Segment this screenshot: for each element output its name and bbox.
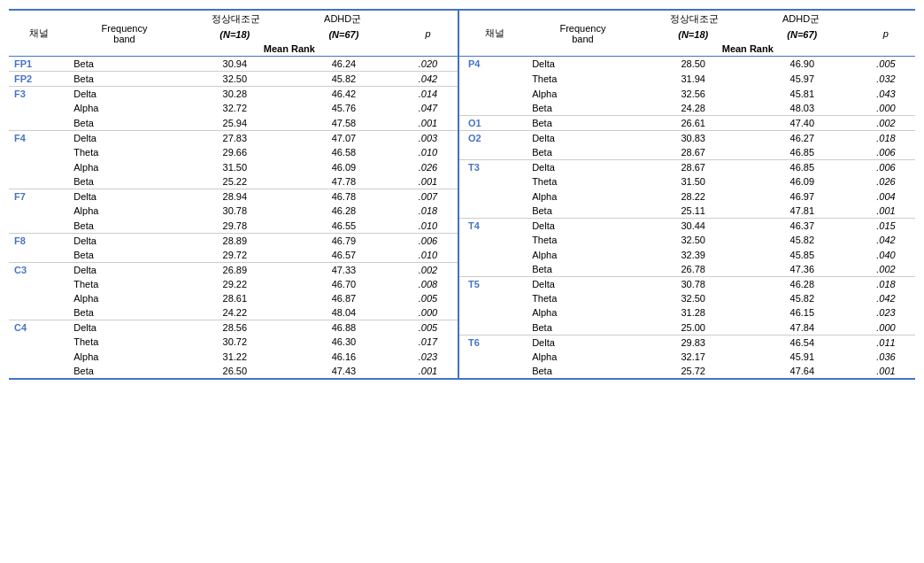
table-row: Beta29.7246.57.010Alpha32.3945.85.040: [9, 248, 915, 263]
p-value-left: .001: [398, 364, 458, 379]
normal-rank-left: 25.22: [181, 174, 289, 189]
adhd-rank-right: 46.97: [748, 189, 857, 204]
data-table: 채널 Frequencyband 정상대조군 ADHD군 p 채널 Freque…: [9, 9, 915, 380]
adhd-rank-left: 47.33: [289, 262, 398, 277]
normal-rank-left: 27.83: [181, 131, 289, 146]
channel-left: F7: [9, 189, 68, 204]
p-value-left: .023: [398, 350, 458, 364]
normal-rank-right: 25.72: [639, 364, 748, 379]
freq-right: Beta: [527, 116, 639, 131]
normal-rank-left: 26.89: [181, 262, 289, 277]
adhd-rank-right: 46.15: [748, 305, 857, 320]
freq-right: Beta: [527, 262, 639, 277]
adhd-rank-right: 46.37: [748, 219, 857, 234]
adhd-rank-right: 45.82: [748, 233, 857, 248]
table-row: F3Delta30.2846.42.014Alpha32.5645.81.043: [9, 87, 915, 102]
adhd-group-label: ADHD군: [296, 12, 389, 26]
channel-left: [9, 350, 68, 364]
freq-right: Alpha: [527, 248, 639, 263]
col-channel-left: 채널: [9, 10, 68, 57]
adhd-rank-left: 46.28: [289, 204, 398, 219]
adhd-rank-right: 46.90: [748, 57, 857, 72]
col-adhd-n-left: (N=67): [289, 27, 398, 42]
table-row: Beta29.7846.55.010T4Delta30.4446.37.015: [9, 219, 915, 234]
p-value-left: .001: [398, 116, 458, 131]
channel-right: [458, 189, 527, 204]
adhd-rank-right: 45.82: [748, 291, 857, 305]
normal-rank-right: 32.50: [639, 291, 748, 305]
adhd-rank-right: 46.85: [748, 145, 857, 160]
freq-right: Theta: [527, 291, 639, 305]
freq-right: Beta: [527, 204, 639, 219]
p-value-left: .006: [398, 233, 458, 248]
freq-right: Delta: [527, 277, 639, 292]
table-row: Alpha32.7245.76.047Beta24.2848.03.000: [9, 101, 915, 116]
adhd-rank-right: 46.27: [748, 131, 857, 146]
adhd-rank-right: 46.85: [748, 160, 857, 175]
normal-rank-right: 25.11: [639, 204, 748, 219]
p-value-right: .005: [857, 57, 915, 72]
channel-right: [458, 248, 527, 263]
p-value-right: .043: [857, 87, 915, 102]
normal-rank-right: 31.50: [639, 174, 748, 189]
table-row: Beta25.2247.78.001Theta31.5046.09.026: [9, 174, 915, 189]
normal-rank-left: 29.22: [181, 277, 289, 292]
mean-rank-label-right: Mean Rank: [639, 42, 857, 57]
normal-rank-left: 28.61: [181, 291, 289, 305]
normal-rank-right: 31.94: [639, 72, 748, 87]
adhd-rank-right: 47.40: [748, 116, 857, 131]
freq-left: Delta: [68, 262, 181, 277]
normal-rank-left: 30.78: [181, 204, 289, 219]
freq-left: Beta: [68, 174, 181, 189]
header-row-top: 채널 Frequencyband 정상대조군 ADHD군 p 채널 Freque…: [9, 10, 915, 27]
table-row: Alpha30.7846.28.018Beta25.1147.81.001: [9, 204, 915, 219]
normal-rank-right: 25.00: [639, 320, 748, 335]
adhd-rank-left: 46.58: [289, 145, 398, 160]
adhd-rank-right: 47.36: [748, 262, 857, 277]
col-p-right: p: [857, 10, 915, 57]
freq-left: Alpha: [68, 291, 181, 305]
table-row: FP2Beta32.5045.82.042Theta31.9445.97.032: [9, 72, 915, 87]
p-value-right: .006: [857, 160, 915, 175]
normal-rank-right: 32.56: [639, 87, 748, 102]
normal-rank-left: 31.22: [181, 350, 289, 364]
adhd-rank-left: 47.43: [289, 364, 398, 379]
adhd-rank-left: 45.76: [289, 101, 398, 116]
channel-left: C4: [9, 320, 68, 335]
p-value-right: .040: [857, 248, 915, 263]
adhd-rank-left: 46.30: [289, 335, 398, 350]
freq-left: Beta: [68, 72, 181, 87]
main-table-wrapper: 채널 Frequencyband 정상대조군 ADHD군 p 채널 Freque…: [9, 9, 915, 380]
table-row: Alpha31.2246.16.023Alpha32.1745.91.036: [9, 350, 915, 364]
normal-rank-right: 28.50: [639, 57, 748, 72]
channel-right: O2: [458, 131, 527, 146]
adhd-rank-left: 46.87: [289, 291, 398, 305]
p-value-right: .036: [857, 350, 915, 364]
freq-left: Delta: [68, 87, 181, 102]
channel-right: [458, 72, 527, 87]
freq-right: Beta: [527, 145, 639, 160]
table-row: Beta26.5047.43.001Beta25.7247.64.001: [9, 364, 915, 379]
p-value-right: .001: [857, 204, 915, 219]
col-group-header-left: 정상대조군 ADHD군: [181, 10, 398, 27]
p-value-left: .010: [398, 248, 458, 263]
normal-rank-right: 32.39: [639, 248, 748, 263]
p-value-left: .018: [398, 204, 458, 219]
channel-right: O1: [458, 116, 527, 131]
p-value-right: .018: [857, 277, 915, 292]
normal-rank-right: 28.22: [639, 189, 748, 204]
table-row: Alpha31.5046.09.026T3Delta28.6746.85.006: [9, 160, 915, 175]
normal-rank-left: 30.94: [181, 57, 289, 72]
adhd-rank-right: 47.81: [748, 204, 857, 219]
channel-left: [9, 219, 68, 234]
freq-right: Delta: [527, 219, 639, 234]
adhd-rank-left: 48.04: [289, 305, 398, 320]
freq-left: Delta: [68, 189, 181, 204]
p-value-right: .026: [857, 174, 915, 189]
normal-group-label: 정상대조군: [189, 12, 282, 26]
adhd-rank-left: 45.82: [289, 72, 398, 87]
adhd-rank-left: 46.88: [289, 320, 398, 335]
normal-rank-right: 32.17: [639, 350, 748, 364]
col-adhd-n-right: (N=67): [748, 27, 857, 42]
table-row: F8Delta28.8946.79.006Theta32.5045.82.042: [9, 233, 915, 248]
